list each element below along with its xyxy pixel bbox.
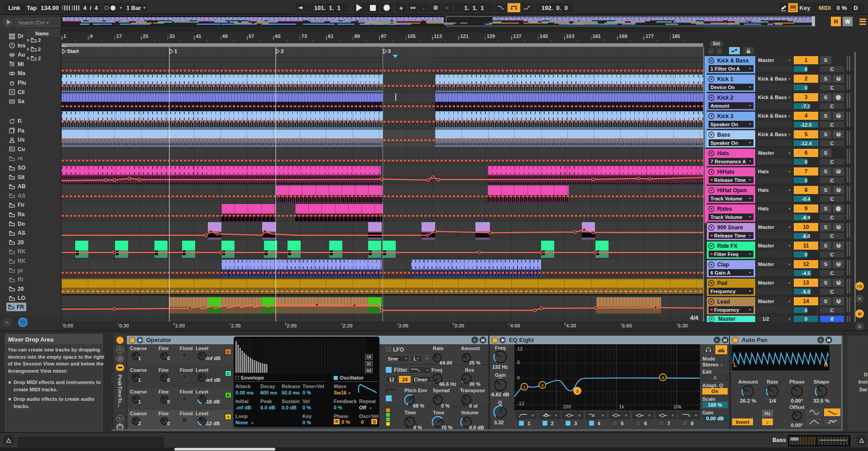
svg-text:1: 1 xyxy=(523,385,525,389)
svg-text:3: 3 xyxy=(576,389,578,394)
svg-text:2: 2 xyxy=(541,383,543,388)
svg-text:4: 4 xyxy=(662,375,664,380)
